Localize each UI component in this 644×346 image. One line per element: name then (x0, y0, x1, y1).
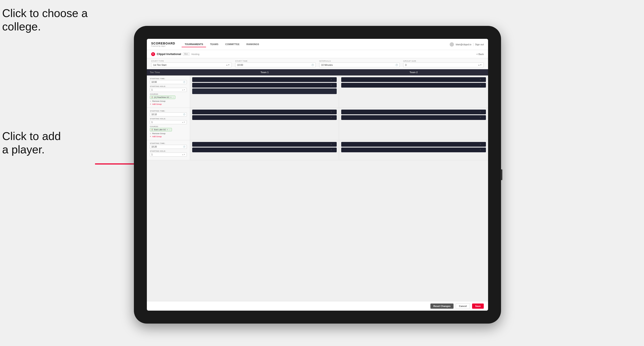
group1-course-edit[interactable]: ⋮ (172, 96, 174, 98)
group2-start-hole[interactable]: 1 ▲▼ (150, 120, 187, 124)
nav-right: blair@clippd.io Sign out (450, 42, 484, 47)
tee-left-2: STARTING TIME: 10:10 🕐 STARTING HOLE: 1 … (147, 108, 190, 140)
group3-team2[interactable]: ✕ ⋮ ✕ ⋮ (339, 140, 488, 160)
group3-team1-slot1[interactable]: ✕ ⋮ (192, 142, 337, 147)
sign-out-link[interactable]: Sign out (475, 43, 484, 46)
tablet-frame: SCOREBOARD Powered by clippd TOURNAMENTS… (134, 26, 501, 324)
start-time-label: Start Time (235, 60, 316, 62)
th-team2: Team 2 (339, 69, 488, 75)
slot-x-icon[interactable]: ✕ (330, 84, 332, 86)
group1-team1-slot2[interactable]: ✕ ⋮ (192, 83, 337, 88)
slot-edit-icon[interactable]: ⋮ (333, 84, 335, 86)
event-gender-badge: Men (183, 52, 190, 56)
group2-course-tag[interactable]: 🏌 East Lake GC ✕ ⋮ (150, 128, 172, 131)
save-button[interactable]: Save (472, 304, 484, 309)
reset-changes-button[interactable]: Reset Changes (430, 304, 454, 309)
start-type-select[interactable]: 1st Tee Start ▲▼ (151, 63, 232, 67)
sub-nav: C Clippd Invitational Men Hosting Back (147, 50, 488, 58)
slot-x-icon[interactable]: ✕ (330, 79, 332, 81)
intervals-label: Intervals (319, 60, 400, 62)
group1-remove-group-btn[interactable]: Remove Group (150, 100, 187, 102)
tablet-side-button (500, 169, 502, 180)
group2-team2[interactable]: ✕ ⋮ ✕ ⋮ (339, 108, 488, 140)
group2-team2-slot2[interactable]: ✕ ⋮ (341, 115, 486, 120)
start-type-label: Start Type (151, 60, 232, 62)
group1-team1-slot1[interactable]: ✕ ⋮ (192, 77, 337, 82)
th-tee-time: Tee Time (147, 69, 190, 75)
group2-course-edit[interactable]: ⋮ (169, 129, 170, 131)
group-size-group: Group Size 3 ▲▼ (403, 60, 484, 67)
tablet-screen: SCOREBOARD Powered by clippd TOURNAMENTS… (147, 39, 488, 311)
nav-links: TOURNAMENTS TEAMS COMMITTEE RANKINGS (182, 42, 450, 47)
start-time-icon: 🕐 (312, 64, 314, 66)
tee-left-3: STARTING TIME: 10:20 🕐 STARTING HOLE: 1 … (147, 140, 190, 160)
group2-add-group-btn[interactable]: Add Group (150, 135, 187, 138)
group3-start-hole[interactable]: 1 ▲▼ (150, 153, 187, 157)
intervals-icon: 🕐 (396, 64, 398, 66)
tee-group-3: STARTING TIME: 10:20 🕐 STARTING HOLE: 1 … (147, 140, 488, 160)
group2-team1[interactable]: ✕ ⋮ ✕ ⋮ (190, 108, 339, 140)
group2-start-time[interactable]: 10:10 🕐 (150, 112, 187, 117)
back-button[interactable]: Back (476, 53, 484, 55)
nav-rankings[interactable]: RANKINGS (244, 42, 262, 47)
group2-remove-group-btn[interactable]: Remove Group (150, 132, 187, 135)
nav-teams[interactable]: TEAMS (207, 42, 221, 47)
group2-course-actions: Remove Group Add Group (150, 132, 187, 138)
nav-committee[interactable]: COMMITTEE (222, 42, 242, 47)
avatar (450, 42, 454, 47)
intervals-select[interactable]: 10 Minutes 🕐 (319, 63, 400, 67)
brand: SCOREBOARD Powered by clippd (151, 42, 175, 47)
slot-edit-icon[interactable]: ⋮ (333, 79, 335, 81)
group-size-label: Group Size (403, 60, 484, 62)
group1-team1[interactable]: ✕ ⋮ ✕ ⋮ (190, 75, 339, 108)
cancel-button[interactable]: Cancel (456, 303, 470, 309)
group1-course-remove-x[interactable]: ✕ (170, 96, 172, 98)
group1-start-time[interactable]: 10:00 🕐 (150, 80, 187, 84)
bottom-toolbar: Reset Changes Cancel Save (147, 301, 488, 311)
main-content[interactable]: STARTING TIME: 10:00 🕐 STARTING HOLE: 1 … (147, 75, 488, 301)
table-header: Tee Time Team 1 Team 2 (147, 69, 488, 75)
tee-group-2: STARTING TIME: 10:10 🕐 STARTING HOLE: 1 … (147, 108, 488, 140)
top-nav: SCOREBOARD Powered by clippd TOURNAMENTS… (147, 39, 488, 50)
tee-left-1: STARTING TIME: 10:00 🕐 STARTING HOLE: 1 … (147, 75, 190, 108)
group1-team2[interactable]: ✕ ⋮ ✕ ⋮ (339, 75, 488, 108)
start-type-arrow: ▲▼ (226, 64, 230, 66)
start-type-group: Start Type 1st Tee Start ▲▼ (151, 60, 232, 67)
group2-course-remove-x[interactable]: ✕ (167, 129, 168, 131)
annotation-choose-college: Click to choose a college. (2, 6, 88, 33)
annotation-add-player: Click to add a player. (2, 129, 61, 156)
hosting-label: Hosting (191, 53, 199, 55)
user-email: blair@clippd.io (456, 43, 471, 46)
group2-team1-slot2[interactable]: ✕ ⋮ (192, 115, 337, 120)
group1-add-group-btn[interactable]: Add Group (150, 103, 187, 106)
start-time-group: Start Time 10:00 🕐 (235, 60, 316, 67)
group1-team1-add-player[interactable] (192, 88, 337, 94)
group1-start-hole[interactable]: 1 ▲▼ (150, 88, 187, 92)
event-title: Clippd Invitational (157, 52, 181, 56)
group1-course-tag[interactable]: 🏌 (A) Peachtree GC ✕ ⋮ (150, 96, 175, 99)
tee-group-1: STARTING TIME: 10:00 🕐 STARTING HOLE: 1 … (147, 75, 488, 108)
group2-team2-slot1[interactable]: ✕ ⋮ (341, 110, 486, 114)
group1-team2-slot1[interactable]: ✕ ⋮ (341, 77, 486, 82)
start-time-select[interactable]: 10:00 🕐 (235, 63, 316, 67)
clippd-logo: C (151, 52, 155, 56)
group3-start-time[interactable]: 10:20 🕐 (150, 145, 187, 149)
nav-tournaments[interactable]: TOURNAMENTS (182, 42, 206, 47)
group3-team2-slot1[interactable]: ✕ ⋮ (341, 142, 486, 147)
group1-course-actions: Remove Group Add Group (150, 100, 187, 106)
group3-team1-slot2[interactable]: ✕ ⋮ (192, 148, 337, 152)
group2-team1-slot1[interactable]: ✕ ⋮ (192, 110, 337, 114)
group-size-select[interactable]: 3 ▲▼ (403, 63, 484, 67)
group3-team2-slot2[interactable]: ✕ ⋮ (341, 148, 486, 152)
th-team1: Team 1 (190, 69, 339, 75)
settings-row: Start Type 1st Tee Start ▲▼ Start Time 1… (147, 58, 488, 69)
intervals-group: Intervals 10 Minutes 🕐 (319, 60, 400, 67)
group-size-arrow: ▲▼ (478, 64, 482, 66)
group1-team2-slot2[interactable]: ✕ ⋮ (341, 83, 486, 88)
group3-team1[interactable]: ✕ ⋮ ✕ ⋮ (190, 140, 339, 160)
